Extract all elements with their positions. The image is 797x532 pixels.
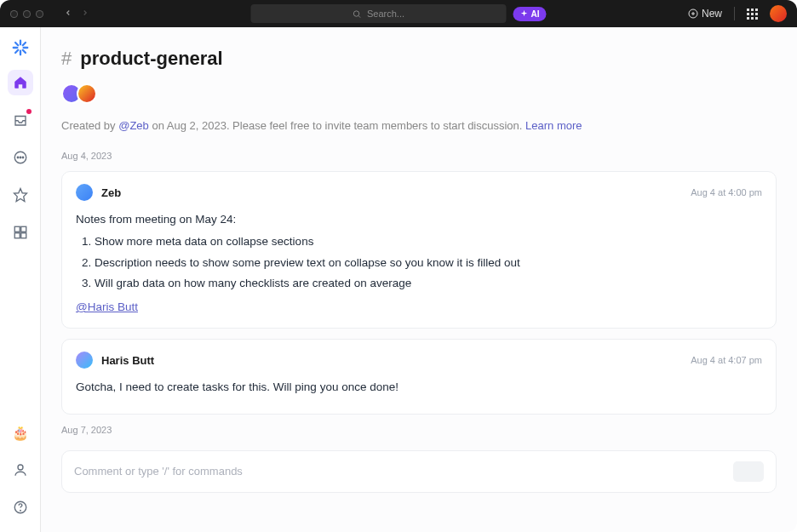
member-avatars[interactable] xyxy=(61,83,777,104)
avatar xyxy=(76,184,93,201)
person-icon xyxy=(13,462,28,478)
svg-point-16 xyxy=(22,157,24,158)
topbar: Search... AI New xyxy=(0,0,797,27)
svg-line-1 xyxy=(359,15,361,17)
svg-point-22 xyxy=(18,465,23,470)
svg-rect-21 xyxy=(20,233,26,238)
list-item: Will grab data on how many checklists ar… xyxy=(95,275,762,292)
channel-name: product-general xyxy=(80,48,222,70)
sidebar-inbox[interactable] xyxy=(8,107,33,133)
svg-line-12 xyxy=(22,43,25,45)
message-text: Gotcha, I need to create tasks for this.… xyxy=(76,379,762,396)
sidebar-home[interactable] xyxy=(8,70,33,95)
list-item: Description needs to show some preview t… xyxy=(95,255,762,272)
search-input[interactable]: Search... xyxy=(251,4,507,23)
sidebar-profile[interactable] xyxy=(8,457,33,483)
message-time: Aug 4 at 4:07 pm xyxy=(691,355,762,365)
svg-rect-20 xyxy=(14,233,20,238)
channel-header: # product-general xyxy=(61,48,777,70)
new-button[interactable]: New xyxy=(688,8,722,20)
divider xyxy=(734,7,735,20)
nav-back[interactable] xyxy=(64,8,72,20)
sidebar-rewards[interactable]: 🎂 xyxy=(8,420,33,445)
app-logo[interactable] xyxy=(10,37,31,58)
search-icon xyxy=(353,9,362,19)
sidebar-dashboard[interactable] xyxy=(8,220,33,245)
ai-button[interactable]: AI xyxy=(513,7,547,21)
nav-arrows xyxy=(64,8,89,20)
logo-icon xyxy=(11,38,30,57)
help-icon xyxy=(13,500,28,515)
window-controls xyxy=(10,10,43,18)
list-item: Show more meta data on collapse sections xyxy=(95,233,762,250)
svg-line-9 xyxy=(15,43,18,45)
date-separator: Aug 4, 2023 xyxy=(61,151,777,161)
message-body: Gotcha, I need to create tasks for this.… xyxy=(76,379,762,396)
comment-input[interactable] xyxy=(74,465,733,478)
search-placeholder: Search... xyxy=(367,9,404,19)
new-label: New xyxy=(702,8,722,20)
plus-circle-icon xyxy=(688,9,698,19)
close-window[interactable] xyxy=(10,10,18,18)
svg-line-11 xyxy=(15,50,18,53)
svg-point-14 xyxy=(17,157,19,158)
user-avatar[interactable] xyxy=(770,5,787,22)
notification-badge xyxy=(26,109,32,114)
sparkle-icon xyxy=(520,9,529,18)
more-icon xyxy=(13,150,28,165)
ai-label: AI xyxy=(531,9,540,19)
created-line: Created by @Zeb on Aug 2, 2023. Please f… xyxy=(61,119,777,132)
apps-grid-icon[interactable] xyxy=(747,9,758,20)
main-content: # product-general Created by @Zeb on Aug… xyxy=(41,27,797,532)
message-time: Aug 4 at 4:00 pm xyxy=(691,187,762,197)
hash-icon: # xyxy=(61,48,72,70)
message-intro: Notes from meeting on May 24: xyxy=(76,211,762,228)
star-icon xyxy=(13,187,28,203)
maximize-window[interactable] xyxy=(36,10,43,18)
svg-marker-17 xyxy=(14,189,26,202)
svg-line-10 xyxy=(22,50,25,53)
grid-icon xyxy=(13,225,28,240)
message-card: Haris Butt Aug 4 at 4:07 pm Gotcha, I ne… xyxy=(61,339,777,414)
cake-icon: 🎂 xyxy=(12,425,29,441)
send-button[interactable] xyxy=(733,461,764,482)
message-author: Haris Butt xyxy=(101,354,154,367)
message-author: Zeb xyxy=(101,186,121,199)
svg-rect-19 xyxy=(20,226,26,232)
svg-rect-18 xyxy=(14,226,20,232)
sidebar-favorites[interactable] xyxy=(8,182,33,208)
sidebar-more[interactable] xyxy=(8,145,33,170)
sidebar-help[interactable] xyxy=(8,495,33,520)
minimize-window[interactable] xyxy=(23,10,31,18)
creator-link[interactable]: @Zeb xyxy=(118,119,149,132)
avatar xyxy=(76,352,93,369)
mention-link[interactable]: @Haris Butt xyxy=(76,300,138,313)
svg-point-24 xyxy=(20,510,20,511)
inbox-icon xyxy=(13,112,28,128)
home-icon xyxy=(13,75,28,90)
svg-point-15 xyxy=(20,157,21,158)
message-card: Zeb Aug 4 at 4:00 pm Notes from meeting … xyxy=(61,171,777,329)
composer xyxy=(61,450,777,493)
learn-more-link[interactable]: Learn more xyxy=(525,119,582,132)
nav-forward[interactable] xyxy=(81,8,89,20)
date-separator: Aug 7, 2023 xyxy=(61,425,777,435)
avatar xyxy=(77,83,97,104)
svg-point-0 xyxy=(354,10,359,15)
message-body: Notes from meeting on May 24: Show more … xyxy=(76,211,762,316)
sidebar: 🎂 xyxy=(0,27,41,532)
